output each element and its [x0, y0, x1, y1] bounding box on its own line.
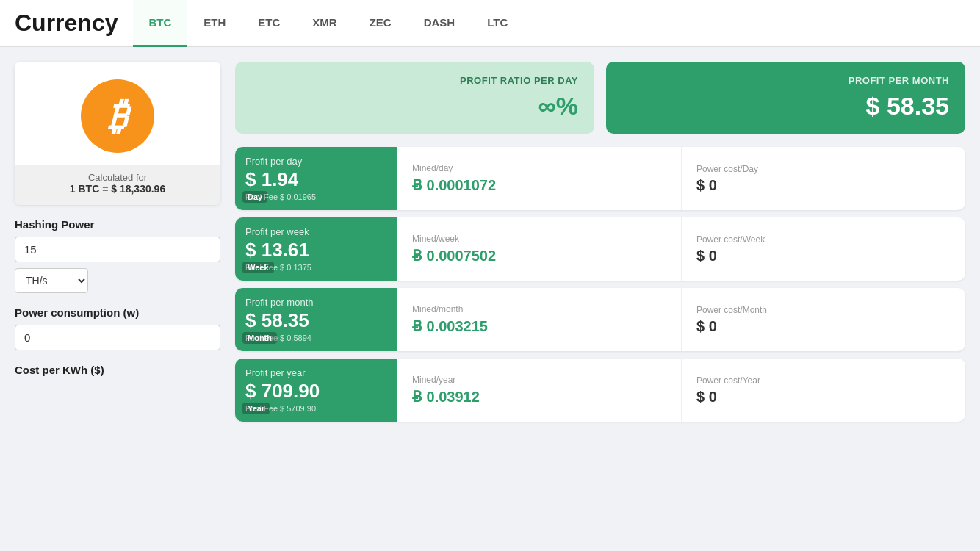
power-consumption-section: Power consumption (w) [15, 306, 220, 350]
mined-label-month: Mined/month [412, 304, 666, 314]
coin-card: ₿ Calculated for 1 BTC = $ 18,330.96 [15, 62, 220, 205]
tab-eth[interactable]: ETH [187, 0, 242, 47]
profit-value-year: $ 709.90 [245, 380, 385, 403]
mined-value-year: Ƀ 0.03912 [412, 388, 666, 406]
main-content: ₿ Calculated for 1 BTC = $ 18,330.96 Has… [0, 47, 980, 444]
tab-btc[interactable]: BTC [133, 0, 188, 47]
mined-value-week: Ƀ 0.0007502 [412, 247, 666, 264]
data-row-cells-day: Mined/day Ƀ 0.0001072 Power cost/Day $ 0 [397, 147, 965, 210]
power-cost-cell-day: Power cost/Day $ 0 [681, 147, 965, 210]
mined-label-year: Mined/year [412, 375, 666, 385]
profit-value-day: $ 1.94 [245, 168, 385, 191]
hashing-power-input[interactable] [15, 237, 220, 262]
data-row-cells-week: Mined/week Ƀ 0.0007502 Power cost/Week $… [397, 217, 965, 281]
coin-price-value: 1 BTC = $ 18,330.96 [24, 183, 212, 195]
tab-ltc[interactable]: LTC [471, 0, 524, 47]
power-label-day: Power cost/Day [696, 164, 951, 174]
power-value-month: $ 0 [696, 318, 951, 335]
right-panel: PROFIT RATIO PER DAY ∞% PROFIT PER MONTH… [235, 62, 965, 429]
data-row-left-year: Profit per year $ 709.90 Pool Fee $ 5709… [235, 359, 397, 422]
data-row-year: Profit per year $ 709.90 Pool Fee $ 5709… [235, 359, 965, 422]
summary-cards: PROFIT RATIO PER DAY ∞% PROFIT PER MONTH… [235, 62, 965, 134]
left-panel: ₿ Calculated for 1 BTC = $ 18,330.96 Has… [15, 62, 220, 429]
power-label-week: Power cost/Week [696, 234, 951, 245]
summary-card-month: PROFIT PER MONTH $ 58.35 [606, 62, 965, 134]
profit-label-month: Profit per month [245, 297, 385, 308]
tab-etc[interactable]: ETC [242, 0, 296, 47]
mined-cell-day: Mined/day Ƀ 0.0001072 [397, 147, 681, 210]
currency-tabs: BTCETHETCXMRZECDASHLTC [133, 0, 525, 47]
calculated-for-label: Calculated for [24, 172, 212, 183]
profit-month-label: PROFIT PER MONTH [849, 75, 949, 86]
power-cost-cell-week: Power cost/Week $ 0 [681, 217, 965, 281]
period-badge-day: Day [242, 191, 267, 203]
tab-xmr[interactable]: XMR [296, 0, 353, 47]
power-label-year: Power cost/Year [696, 375, 951, 386]
power-cost-cell-year: Power cost/Year $ 0 [681, 359, 965, 422]
profit-label-week: Profit per week [245, 226, 385, 237]
profit-ratio-value: ∞% [538, 92, 578, 120]
page-title: Currency [15, 10, 118, 37]
data-row-month: Profit per month $ 58.35 Pool Fee $ 0.58… [235, 288, 965, 351]
period-badge-year: Year [242, 403, 270, 414]
hashing-power-section: Hashing Power TH/s GH/s MH/s [15, 218, 220, 293]
header: Currency BTCETHETCXMRZECDASHLTC [0, 0, 980, 47]
data-row-week: Profit per week $ 13.61 Pool Fee $ 0.137… [235, 217, 965, 281]
coin-price-area: Calculated for 1 BTC = $ 18,330.96 [15, 165, 220, 205]
power-consumption-label: Power consumption (w) [15, 306, 220, 319]
coin-logo-area: ₿ [15, 62, 220, 165]
profit-label-day: Profit per day [245, 156, 385, 167]
data-row-day: Profit per day $ 1.94 Pool Fee $ 0.01965… [235, 147, 965, 210]
mined-label-week: Mined/week [412, 234, 666, 244]
data-row-cells-month: Mined/month Ƀ 0.003215 Power cost/Month … [397, 288, 965, 351]
data-row-left-day: Profit per day $ 1.94 Pool Fee $ 0.01965… [235, 147, 397, 210]
data-row-left-week: Profit per week $ 13.61 Pool Fee $ 0.137… [235, 217, 397, 281]
mined-cell-month: Mined/month Ƀ 0.003215 [397, 288, 681, 351]
tab-zec[interactable]: ZEC [353, 0, 408, 47]
cost-per-kwh-label: Cost per KWh ($) [15, 364, 220, 376]
data-rows: Profit per day $ 1.94 Pool Fee $ 0.01965… [235, 147, 965, 422]
power-value-day: $ 0 [696, 177, 951, 194]
profit-ratio-label: PROFIT RATIO PER DAY [460, 75, 578, 86]
power-cost-cell-month: Power cost/Month $ 0 [681, 288, 965, 351]
mined-label-day: Mined/day [412, 163, 666, 173]
power-value-year: $ 0 [696, 389, 951, 406]
tab-dash[interactable]: DASH [408, 0, 472, 47]
profit-label-year: Profit per year [245, 367, 385, 378]
power-value-week: $ 0 [696, 248, 951, 264]
hashing-power-label: Hashing Power [15, 218, 220, 231]
mined-cell-year: Mined/year Ƀ 0.03912 [397, 359, 681, 422]
data-row-cells-year: Mined/year Ƀ 0.03912 Power cost/Year $ 0 [397, 359, 965, 422]
cost-per-kwh-section: Cost per KWh ($) [15, 364, 220, 376]
mined-value-month: Ƀ 0.003215 [412, 317, 666, 335]
power-label-month: Power cost/Month [696, 305, 951, 315]
profit-value-month: $ 58.35 [245, 309, 385, 332]
period-badge-month: Month [242, 332, 277, 344]
unit-select[interactable]: TH/s GH/s MH/s [15, 268, 88, 293]
summary-card-day: PROFIT RATIO PER DAY ∞% [235, 62, 594, 134]
profit-value-week: $ 13.61 [245, 239, 385, 262]
btc-logo: ₿ [81, 79, 154, 153]
data-row-left-month: Profit per month $ 58.35 Pool Fee $ 0.58… [235, 288, 397, 351]
mined-value-day: Ƀ 0.0001072 [412, 176, 666, 194]
power-consumption-input[interactable] [15, 325, 220, 350]
period-badge-week: Week [242, 262, 274, 273]
mined-cell-week: Mined/week Ƀ 0.0007502 [397, 217, 681, 281]
profit-month-value: $ 58.35 [866, 92, 949, 120]
